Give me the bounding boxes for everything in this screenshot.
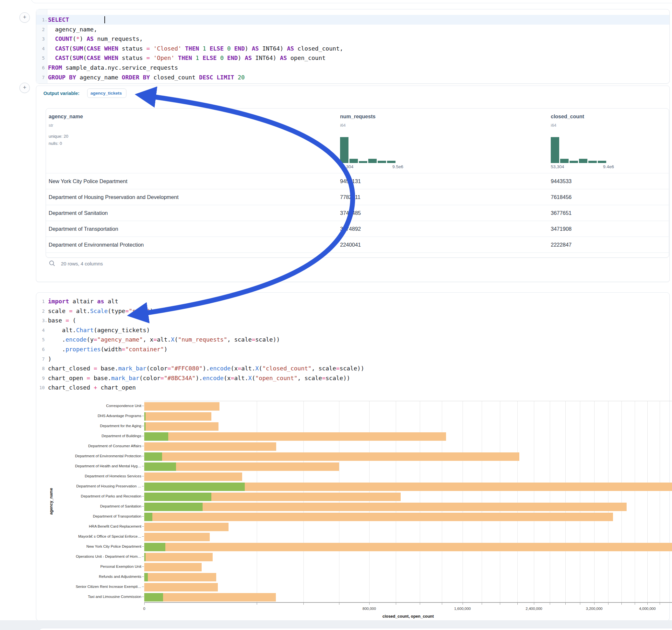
y-axis-label: Department of Transportation: [42, 511, 141, 522]
gridline: [580, 401, 580, 602]
bar-closed-count: [144, 563, 201, 571]
table-row: Department of Sanitation37494853677651: [46, 205, 669, 221]
code-line: 1import altair as alt: [36, 296, 669, 306]
line-number: 5: [36, 53, 45, 63]
table-cell: 2222847: [551, 237, 572, 253]
y-axis-label: Department of Housing Preservation …: [42, 481, 141, 491]
gridline: [396, 401, 396, 602]
python-code-editor[interactable]: 1import altair as alt2scale = alt.Scale(…: [36, 293, 669, 396]
y-axis-tick: [142, 416, 144, 416]
code-line: 6FROM sample_data.nyc.service_requests: [36, 63, 669, 73]
gridline: [635, 401, 635, 602]
search-icon[interactable]: [49, 260, 55, 267]
output-variable-pill[interactable]: agency_tickets: [87, 89, 126, 98]
x-axis-tick: [144, 603, 145, 605]
table-cell: Department of Sanitation: [49, 205, 108, 221]
y-axis-label: Department of Buildings: [42, 431, 141, 441]
y-axis-label: Department of Environmental Protection: [42, 451, 141, 461]
column-header[interactable]: num_requests: [340, 114, 376, 120]
gridline: [647, 401, 648, 602]
column-stat: nulls: 0: [49, 141, 62, 146]
x-axis-tick: [339, 603, 339, 605]
x-axis-tick-label: 0: [143, 607, 145, 610]
column-header[interactable]: agency_name: [49, 114, 83, 120]
bar-open-count: [144, 453, 162, 461]
y-axis-label: Senior Citizen Rent Increase Exempti…: [42, 582, 141, 592]
gridline: [420, 401, 420, 602]
add-cell-button[interactable]: +: [20, 83, 30, 93]
sql-code-editor[interactable]: 1⌄SELECT 2 agency_name,3 COUNT(*) AS num…: [36, 9, 669, 83]
y-axis-tick: [142, 446, 144, 446]
x-axis-tick-label: 1,600,000: [454, 607, 471, 610]
bar-open-count: [144, 513, 152, 521]
code-line: 10chart_closed + chart_open: [36, 383, 669, 392]
table-cell: Department of Housing Preservation and D…: [49, 189, 178, 205]
table-cell: 3774892: [340, 221, 361, 237]
bar-open-count: [144, 573, 148, 581]
bar-closed-count: [144, 453, 519, 461]
histogram-bar: [570, 161, 578, 163]
gridline: [594, 401, 595, 602]
gridline: [482, 401, 482, 602]
gridline: [339, 401, 339, 602]
column-header[interactable]: closed_count: [551, 114, 584, 120]
y-axis-label: Department of Consumer Affairs: [42, 441, 141, 451]
y-axis-label: Mayorâ€ s Office of Special Enforce…: [42, 532, 141, 541]
table-row: New York City Police Department945313194…: [46, 173, 669, 189]
code-line: 2 agency_name,: [36, 25, 669, 34]
x-axis-tick-label: 800,000: [362, 607, 376, 610]
code-line: 3 COUNT(*) AS num_requests,: [36, 34, 669, 44]
line-number: 2: [36, 25, 45, 34]
histogram-range-labels: 53,3049.4e6: [551, 164, 614, 169]
bar-open-count: [144, 483, 245, 491]
y-axis-tick: [142, 506, 144, 507]
line-number: 1: [36, 296, 45, 306]
bar-closed-count: [144, 573, 216, 581]
y-axis-label: Department of Homeless Services: [42, 471, 141, 481]
histogram-bar: [340, 137, 349, 163]
line-number: 9: [36, 373, 45, 383]
gridline: [369, 401, 369, 602]
table-row: Department of Environmental Protection22…: [46, 237, 669, 253]
y-axis-label: New York City Police Department: [42, 541, 141, 552]
line-number: 10: [36, 383, 45, 392]
y-axis-tick: [142, 496, 144, 496]
bar-open-count: [144, 412, 146, 421]
bar-closed-count: [144, 513, 613, 521]
bar-closed-count: [144, 442, 276, 451]
table-row: Department of Housing Preservation and D…: [46, 189, 669, 205]
bar-closed-count: [144, 593, 276, 602]
code-line: 5 CAST(SUM(CASE WHEN status = 'Open' THE…: [36, 53, 669, 63]
histogram-max-label: 9.5e6: [392, 164, 403, 169]
histogram-min-label: 53,304: [551, 164, 564, 169]
collapse-chevron-icon[interactable]: ⌄: [45, 15, 47, 25]
y-axis-tick: [142, 406, 144, 406]
code-line: 7GROUP BY agency_name ORDER BY closed_co…: [36, 73, 669, 82]
line-number: 3: [36, 316, 45, 325]
bar-open-count: [144, 553, 146, 561]
sql-output-section: Output variable: agency_tickets agency_n…: [36, 86, 670, 282]
x-axis-tick: [534, 603, 534, 605]
x-axis-tick: [565, 603, 566, 605]
line-number: 5: [36, 335, 45, 344]
line-number: 2: [36, 306, 45, 316]
y-axis-tick: [142, 597, 144, 597]
y-axis-label: Personal Exemption Unit: [42, 562, 141, 572]
x-axis-tick: [420, 603, 420, 605]
y-axis-label: Department of Parks and Recreation: [42, 491, 141, 501]
add-cell-button[interactable]: +: [20, 12, 30, 23]
bar-open-count: [144, 503, 202, 511]
histogram-bar: [359, 161, 367, 163]
bar-closed-count: [144, 422, 218, 431]
bar-closed-count: [144, 583, 218, 591]
y-axis-label: DHS Advantage Programs: [42, 411, 141, 421]
collapse-chevron-icon[interactable]: ⌄: [45, 316, 47, 326]
code-line: 3⌄base = (: [36, 316, 669, 325]
column-stat: unique: 20: [49, 134, 68, 139]
bar-closed-count: [144, 523, 229, 531]
table-cell: 9453131: [340, 173, 361, 189]
bar-closed-count: [144, 553, 213, 561]
column-histogram: [340, 137, 403, 163]
x-axis-title: closed_count, open_count: [383, 614, 434, 619]
table-cell: 7782211: [340, 189, 360, 205]
